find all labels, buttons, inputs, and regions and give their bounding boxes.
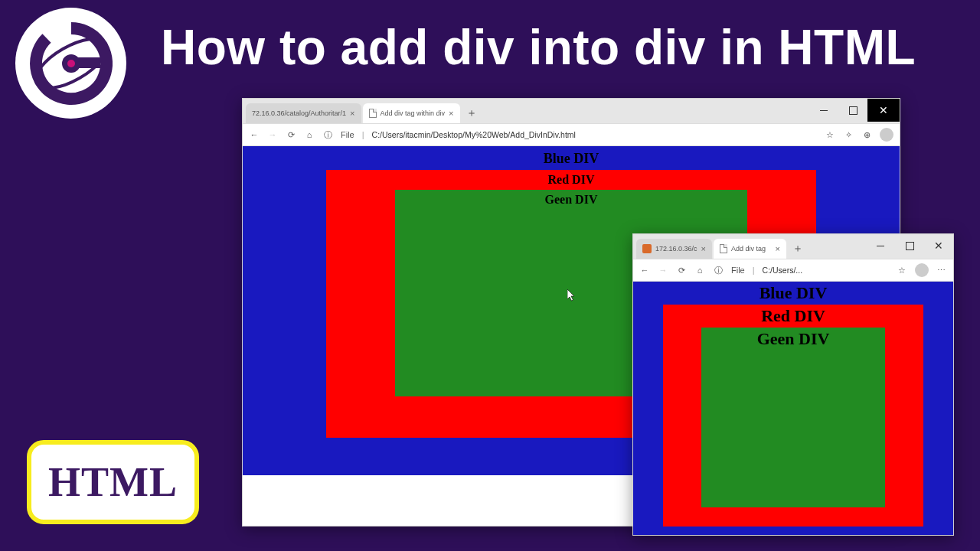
browser-tab-inactive[interactable]: 72.16.0.36/catalog/Authoritar/1 × <box>246 103 361 123</box>
tab-bar: 72.16.0.36/catalog/Authoritar/1 × Add di… <box>243 99 900 123</box>
logo-icon <box>25 18 117 109</box>
profile-avatar[interactable] <box>880 128 893 142</box>
browser-tab-inactive[interactable]: 172.16.0.36/c × <box>636 239 712 259</box>
favorites-icon[interactable]: ✧ <box>843 129 854 140</box>
refresh-icon[interactable]: ⟳ <box>286 129 296 140</box>
close-button[interactable]: ✕ <box>867 99 900 122</box>
browser-tab-active[interactable]: Add div tag × <box>714 239 786 259</box>
maximize-button[interactable] <box>838 99 867 122</box>
collections-icon[interactable]: ⊕ <box>861 129 872 140</box>
profile-avatar[interactable] <box>915 263 929 277</box>
tab-label: 72.16.0.36/catalog/Authoritar/1 <box>252 109 346 117</box>
maximize-button[interactable] <box>895 234 924 257</box>
blue-div: Blue DIV Red DIV Geen DIV <box>633 282 953 535</box>
window-controls: ✕ <box>866 234 953 257</box>
document-icon <box>720 244 727 253</box>
forward-icon[interactable]: → <box>267 129 278 140</box>
address-bar: ← → ⟳ ⌂ ⓘ File | C:/Users/itacmin/Deskto… <box>243 123 900 146</box>
svg-point-4 <box>67 60 75 67</box>
browser-window-small: 172.16.0.36/c × Add div tag × ＋ ✕ ← → ⟳ … <box>632 233 954 536</box>
close-icon[interactable]: × <box>350 109 354 118</box>
red-div: Red DIV Geen DIV <box>663 305 923 527</box>
minimize-button[interactable] <box>866 234 895 257</box>
back-icon[interactable]: ← <box>639 265 650 276</box>
close-button[interactable]: ✕ <box>924 234 953 257</box>
document-icon <box>369 109 377 118</box>
info-icon: ⓘ <box>322 129 333 140</box>
site-icon <box>642 244 652 253</box>
scheme-label: File <box>341 130 354 139</box>
page-viewport: Blue DIV Red DIV Geen DIV <box>633 282 953 535</box>
tab-label: Add div tag <box>731 245 766 253</box>
menu-icon[interactable]: ⋯ <box>936 265 947 276</box>
green-div-label: Geen DIV <box>395 193 747 207</box>
tab-label: Add div tag within div <box>381 109 446 117</box>
url-text[interactable]: C:/Users/... <box>763 266 803 275</box>
info-icon: ⓘ <box>713 265 724 276</box>
close-icon[interactable]: × <box>701 244 706 253</box>
red-div-label: Red DIV <box>663 306 923 326</box>
star-icon[interactable]: ☆ <box>825 129 835 140</box>
tab-bar: 172.16.0.36/c × Add div tag × ＋ ✕ <box>633 234 953 259</box>
forward-icon[interactable]: → <box>658 265 668 276</box>
close-icon[interactable]: × <box>449 109 453 118</box>
blue-div-label: Blue DIV <box>633 283 953 303</box>
brand-logo <box>15 8 126 119</box>
url-text[interactable]: C:/Users/itacmin/Desktop/My%20Web/Add_Di… <box>372 130 576 139</box>
green-div-label: Geen DIV <box>701 329 885 349</box>
home-icon[interactable]: ⌂ <box>304 129 315 140</box>
tab-label: 172.16.0.36/c <box>655 245 697 253</box>
new-tab-button[interactable]: ＋ <box>463 105 480 122</box>
star-icon[interactable]: ☆ <box>897 265 907 276</box>
back-icon[interactable]: ← <box>249 129 260 140</box>
green-div: Geen DIV <box>701 328 885 507</box>
page-title: How to add div into div in HTML <box>161 19 916 76</box>
home-icon[interactable]: ⌂ <box>694 265 705 276</box>
close-icon[interactable]: × <box>776 244 780 253</box>
red-div-label: Red DIV <box>326 173 816 187</box>
minimize-button[interactable] <box>809 99 838 122</box>
blue-div-label: Blue DIV <box>243 151 900 167</box>
browser-tab-active[interactable]: Add div tag within div × <box>363 103 460 123</box>
scheme-label: File <box>731 266 745 275</box>
window-controls: ✕ <box>809 99 900 122</box>
new-tab-button[interactable]: ＋ <box>789 240 806 257</box>
refresh-icon[interactable]: ⟳ <box>676 265 687 276</box>
html-badge: HTML <box>27 440 199 524</box>
address-bar: ← → ⟳ ⌂ ⓘ File | C:/Users/... ☆ ⋯ <box>633 259 953 282</box>
